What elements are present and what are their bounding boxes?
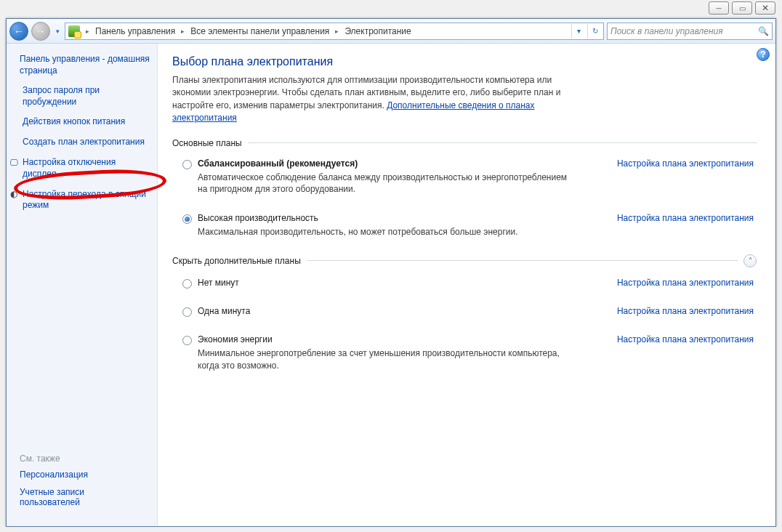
address-bar[interactable]: ▸ Панель управления ▸ Все элементы панел… xyxy=(65,23,604,40)
section-header: Основные планы xyxy=(172,138,242,148)
content-area: ? Выбор плана электропитания Планы элект… xyxy=(158,44,775,526)
blank-icon xyxy=(8,137,20,148)
sidebar-link-create-plan[interactable]: Создать план электропитания xyxy=(7,132,157,153)
address-dropdown-button[interactable]: ▾ xyxy=(571,24,586,39)
plan-settings-link[interactable]: Настройка плана электропитания xyxy=(617,306,757,316)
control-panel-window: ─ ▭ ✕ ← → ▾ ▸ Панель управления ▸ Все эл… xyxy=(6,18,776,527)
search-placeholder: Поиск в панели управления xyxy=(610,26,754,36)
section-main-plans: Основные планы Сбалансированный (рекомен… xyxy=(172,138,757,241)
plan-radio[interactable] xyxy=(182,214,192,224)
power-options-icon xyxy=(68,25,80,37)
plan-power-saver: Экономия энергии Настройка плана электро… xyxy=(172,331,757,375)
plan-radio[interactable] xyxy=(182,307,192,317)
nav-forward-button[interactable]: → xyxy=(31,22,50,41)
sidebar-footer: См. также Персонализация Учетные записи … xyxy=(7,446,157,522)
plan-name[interactable]: Сбалансированный (рекомендуется) xyxy=(198,158,358,169)
see-also-personalization[interactable]: Персонализация xyxy=(20,469,144,480)
window-body: Панель управления - домашняя страница За… xyxy=(7,44,775,526)
sidebar: Панель управления - домашняя страница За… xyxy=(7,44,158,526)
sidebar-home-link[interactable]: Панель управления - домашняя страница xyxy=(7,49,157,81)
plan-description: Минимальное энергопотребление за счет ум… xyxy=(198,347,576,372)
section-extra-plans: Скрыть дополнительные планы ˄ Нет минут … xyxy=(172,254,757,375)
nav-back-button[interactable]: ← xyxy=(9,22,28,41)
close-button[interactable]: ✕ xyxy=(755,1,775,15)
sidebar-item-label: Запрос пароля при пробуждении xyxy=(23,85,150,108)
plan-radio[interactable] xyxy=(182,279,192,289)
plan-description: Автоматическое соблюдение баланса между … xyxy=(198,172,576,196)
plan-settings-link[interactable]: Настройка плана электропитания xyxy=(617,334,757,344)
breadcrumb-item[interactable]: Панель управления xyxy=(95,26,175,36)
plan-balanced: Сбалансированный (рекомендуется) Настрой… xyxy=(172,156,757,199)
sidebar-link-password[interactable]: Запрос пароля при пробуждении xyxy=(7,81,157,112)
collapse-button[interactable]: ˄ xyxy=(743,254,757,267)
plan-high-performance: Высокая производительность Настройка пла… xyxy=(172,210,757,241)
page-description: Планы электропитания используются для оп… xyxy=(172,74,579,125)
moon-icon: ◐ xyxy=(8,189,20,201)
breadcrumb-sep-icon: ▸ xyxy=(334,28,340,35)
nav-history-dropdown[interactable]: ▾ xyxy=(53,22,62,41)
search-icon[interactable]: 🔍 xyxy=(758,26,769,36)
divider xyxy=(248,142,757,143)
monitor-icon: 🖵 xyxy=(8,157,20,169)
plan-radio[interactable] xyxy=(182,336,192,345)
sidebar-link-buttons[interactable]: Действия кнопок питания xyxy=(7,112,157,132)
divider xyxy=(307,260,738,261)
maximize-button[interactable]: ▭ xyxy=(732,1,752,15)
sidebar-item-label: Создать план электропитания xyxy=(23,137,145,148)
plan-description: Максимальная производительность, но може… xyxy=(198,226,576,238)
breadcrumb-sep-icon: ▸ xyxy=(180,28,186,35)
sidebar-item-label: Действия кнопок питания xyxy=(23,116,125,128)
minimize-button[interactable]: ─ xyxy=(709,1,729,15)
plan-name[interactable]: Одна минута xyxy=(198,306,250,316)
plan-settings-link[interactable]: Настройка плана электропитания xyxy=(617,278,757,288)
plan-no-minutes: Нет минут Настройка плана электропитания xyxy=(172,275,757,291)
see-also-header: См. также xyxy=(20,454,144,464)
help-icon[interactable]: ? xyxy=(757,48,770,61)
plan-radio[interactable] xyxy=(182,160,192,169)
blank-icon xyxy=(8,85,20,97)
window-chrome: ─ ▭ ✕ xyxy=(709,1,775,15)
plan-settings-link[interactable]: Настройка плана электропитания xyxy=(617,213,757,223)
breadcrumb-item[interactable]: Все элементы панели управления xyxy=(190,26,329,36)
see-also-user-accounts[interactable]: Учетные записи пользователей xyxy=(20,487,144,507)
plan-settings-link[interactable]: Настройка плана электропитания xyxy=(617,158,757,169)
toolbar: ← → ▾ ▸ Панель управления ▸ Все элементы… xyxy=(7,19,775,44)
refresh-button[interactable]: ↻ xyxy=(587,24,602,39)
sidebar-item-label: Настройка отключения дисплея xyxy=(23,157,150,180)
sidebar-item-label: Настройка перехода в спящий режим xyxy=(23,189,150,211)
section-header: Скрыть дополнительные планы xyxy=(172,256,301,266)
breadcrumb-item[interactable]: Электропитание xyxy=(344,26,411,36)
page-title: Выбор плана электропитания xyxy=(172,55,757,68)
plan-one-minute: Одна минута Настройка плана электропитан… xyxy=(172,303,757,320)
search-input[interactable]: Поиск в панели управления 🔍 xyxy=(607,23,773,40)
plan-name[interactable]: Высокая производительность xyxy=(198,213,318,223)
breadcrumb-sep-icon: ▸ xyxy=(84,28,91,35)
sidebar-link-display-off[interactable]: 🖵 Настройка отключения дисплея xyxy=(7,153,157,184)
blank-icon xyxy=(8,116,20,128)
plan-name[interactable]: Нет минут xyxy=(198,278,239,288)
plan-name[interactable]: Экономия энергии xyxy=(198,334,273,344)
sidebar-link-sleep[interactable]: ◐ Настройка перехода в спящий режим xyxy=(7,185,157,216)
